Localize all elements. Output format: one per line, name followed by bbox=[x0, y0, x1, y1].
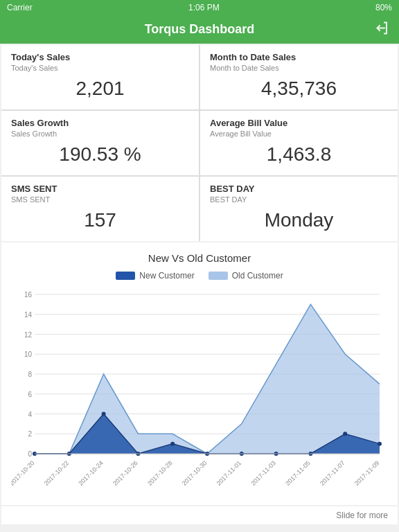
carrier-label: Carrier bbox=[7, 3, 33, 12]
svg-text:16: 16 bbox=[24, 291, 33, 299]
legend-old-label: Old Customer bbox=[232, 271, 283, 281]
svg-point-27 bbox=[343, 432, 347, 436]
kpi-label-secondary-4: SMS SENT bbox=[11, 195, 189, 204]
svg-point-28 bbox=[378, 442, 382, 446]
legend-new-label: New Customer bbox=[139, 271, 194, 281]
kpi-label-primary-0: Today's Sales bbox=[11, 52, 189, 62]
kpi-value-5: Monday bbox=[210, 209, 388, 231]
svg-text:2017-10-26: 2017-10-26 bbox=[112, 459, 139, 487]
kpi-value-1: 4,35,736 bbox=[210, 78, 388, 100]
kpi-value-0: 2,201 bbox=[11, 78, 189, 100]
exit-icon[interactable] bbox=[374, 21, 388, 38]
kpi-card-avg-bill: Average Bill Value Average Bill Value 1,… bbox=[200, 111, 398, 175]
battery-label: 80% bbox=[375, 3, 392, 12]
kpi-value-4: 157 bbox=[11, 209, 189, 231]
svg-text:2017-11-05: 2017-11-05 bbox=[284, 459, 312, 487]
kpi-label-secondary-2: Sales Growth bbox=[11, 130, 189, 138]
svg-text:12: 12 bbox=[24, 331, 33, 339]
kpi-label-secondary-1: Month to Date Sales bbox=[210, 64, 388, 72]
svg-text:2017-11-09: 2017-11-09 bbox=[353, 459, 381, 487]
svg-point-20 bbox=[102, 412, 106, 416]
app-title: Torqus Dashboard bbox=[145, 22, 255, 37]
kpi-label-primary-4: SMS SENT bbox=[11, 184, 189, 194]
legend-new: New Customer bbox=[116, 271, 194, 281]
svg-text:8: 8 bbox=[28, 371, 32, 378]
svg-text:2017-11-01: 2017-11-01 bbox=[215, 459, 243, 487]
kpi-value-2: 190.53 % bbox=[11, 143, 189, 166]
kpi-label-secondary-3: Average Bill Value bbox=[210, 130, 388, 138]
kpi-card-sms-sent: SMS SENT SMS SENT 157 bbox=[1, 177, 199, 241]
svg-text:2: 2 bbox=[28, 430, 32, 438]
kpi-label-primary-3: Average Bill Value bbox=[210, 118, 388, 128]
chart-container: 02468101214162017-10-202017-10-222017-10… bbox=[11, 287, 388, 495]
kpi-label-primary-2: Sales Growth bbox=[11, 118, 189, 128]
svg-point-22 bbox=[170, 442, 175, 446]
svg-text:2017-10-24: 2017-10-24 bbox=[77, 459, 105, 487]
svg-text:2017-10-22: 2017-10-22 bbox=[43, 459, 71, 487]
kpi-label-primary-5: BEST DAY bbox=[210, 184, 388, 194]
chart-section: New Vs Old Customer New Customer Old Cus… bbox=[1, 242, 398, 505]
chart-svg: 02468101214162017-10-202017-10-222017-10… bbox=[11, 287, 388, 495]
kpi-card-sales-growth: Sales Growth Sales Growth 190.53 % bbox=[1, 111, 199, 175]
svg-text:4: 4 bbox=[28, 411, 32, 418]
svg-text:2017-10-28: 2017-10-28 bbox=[146, 459, 174, 487]
legend-dot-new bbox=[116, 272, 135, 280]
legend-old: Old Customer bbox=[209, 271, 283, 281]
kpi-label-primary-1: Month to Date Sales bbox=[210, 52, 388, 62]
svg-text:14: 14 bbox=[24, 311, 33, 319]
svg-text:2017-11-03: 2017-11-03 bbox=[249, 459, 277, 487]
svg-text:0: 0 bbox=[28, 450, 32, 458]
chart-legend: New Customer Old Customer bbox=[11, 271, 388, 281]
kpi-card-best-day: BEST DAY BEST DAY Monday bbox=[200, 177, 398, 241]
kpi-label-secondary-5: BEST DAY bbox=[210, 195, 388, 204]
app-header: Torqus Dashboard bbox=[0, 15, 399, 44]
kpi-card-todays-sales: Today's Sales Today's Sales 2,201 bbox=[1, 45, 199, 109]
status-right: 80% bbox=[375, 3, 392, 12]
slide-more-label: Slide for more bbox=[1, 506, 398, 524]
status-bar: Carrier 1:06 PM 80% bbox=[0, 0, 399, 15]
legend-dot-old bbox=[209, 272, 228, 280]
kpi-label-secondary-0: Today's Sales bbox=[11, 64, 189, 72]
kpi-value-3: 1,463.8 bbox=[210, 143, 388, 166]
svg-text:2017-10-30: 2017-10-30 bbox=[181, 459, 209, 487]
svg-text:10: 10 bbox=[24, 351, 33, 358]
svg-text:2017-11-07: 2017-11-07 bbox=[319, 459, 346, 487]
svg-text:2017-10-20: 2017-10-20 bbox=[11, 459, 35, 487]
kpi-grid: Today's Sales Today's Sales 2,201 Month … bbox=[1, 45, 398, 241]
kpi-card-month-sales: Month to Date Sales Month to Date Sales … bbox=[200, 45, 398, 109]
chart-title: New Vs Old Customer bbox=[11, 252, 388, 264]
svg-text:6: 6 bbox=[28, 391, 32, 398]
time-label: 1:06 PM bbox=[188, 3, 220, 12]
